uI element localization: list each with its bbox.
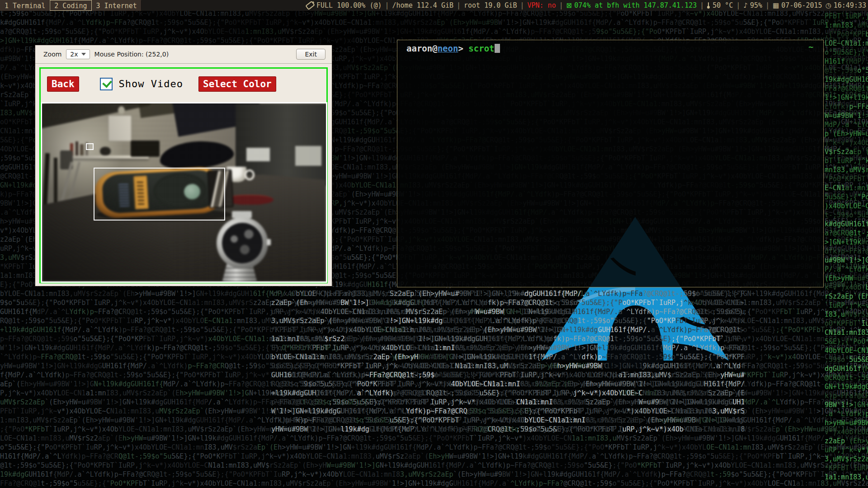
- terminal-user: aaron: [406, 43, 432, 53]
- back-button[interactable]: Back: [47, 76, 79, 92]
- separator: |: [385, 0, 389, 11]
- time-status: ◷16:49:33: [826, 0, 866, 11]
- wifi-status: ⊠074% at bfh with 147.87.41.123: [566, 0, 697, 11]
- capture-area: Back Show Video Select Color: [39, 67, 328, 283]
- thermometer-icon: [707, 2, 710, 9]
- calendar-icon: ▦: [773, 0, 779, 11]
- background-green-glyphs: PFbT`IuRP,j1:mnI83,uMV;{"PoO*KPFbLOE~CN1…: [825, 12, 868, 488]
- exit-button[interactable]: Exit: [296, 49, 326, 60]
- separator: |: [736, 0, 740, 11]
- show-video-label: Show Video: [119, 78, 183, 90]
- separator: |: [457, 0, 461, 11]
- select-color-button[interactable]: Select Color: [198, 76, 276, 92]
- terminal-at: @: [432, 43, 437, 53]
- zoom-window-toolbar: Zoom 2x Mouse Position: (252,0) Exit: [35, 45, 332, 64]
- camera-video-feed[interactable]: [42, 103, 326, 282]
- time-label: 16:49:33: [834, 0, 866, 11]
- terminal-prompt-symbol: >: [458, 43, 468, 53]
- workspace-tab-internet[interactable]: 3 Internet: [92, 0, 142, 11]
- wifi-label: 074% at bfh with 147.87.41.123: [574, 0, 697, 11]
- mouse-position-readout: Mouse Position: (252,0): [94, 51, 169, 58]
- terminal-command: scrot: [468, 43, 494, 53]
- temperature-status: 50 °C: [707, 0, 733, 11]
- status-bar: 1 Terminal 2 Coding 3 Internet FULL 100.…: [0, 0, 868, 11]
- terminal-host: neon: [438, 43, 458, 53]
- workspace-tab-terminal[interactable]: 1 Terminal: [0, 0, 50, 11]
- date-label: 07-06-2015: [781, 0, 822, 11]
- desktop: )x4ObYLOE~CN1a1:mnI83,uMV$rSz2aEp`(Eh>yH…: [0, 0, 868, 488]
- capture-controls: Back Show Video Select Color: [41, 69, 326, 94]
- separator: |: [559, 0, 563, 11]
- volume-status: ♪95%: [743, 0, 762, 11]
- terminal-window[interactable]: aaron@neon> scrot ~: [397, 40, 824, 287]
- status-readouts: FULL 100.00% (@) | /home 112.4 GiB | roo…: [306, 0, 868, 11]
- battery-label: FULL 100.00% (@): [316, 0, 382, 11]
- tracking-marker-square: [86, 143, 94, 150]
- temperature-label: 50 °C: [712, 0, 733, 11]
- terminal-tilde: ~: [808, 42, 813, 52]
- date-status: ▦07-06-2015: [773, 0, 822, 11]
- zoom-level-dropdown[interactable]: 2x: [66, 49, 90, 59]
- clock-icon: ◷: [826, 0, 831, 11]
- battery-status: FULL 100.00% (@): [306, 0, 382, 11]
- zoom-level-value: 2x: [70, 51, 78, 58]
- workspace-tab-coding[interactable]: 2 Coding: [50, 0, 91, 11]
- workspace-switcher: 1 Terminal 2 Coding 3 Internet: [0, 0, 142, 11]
- checkmark-icon: [102, 78, 112, 88]
- selection-rectangle: [94, 168, 225, 221]
- battery-icon: [305, 1, 315, 10]
- separator: |: [520, 0, 524, 11]
- video-frame: [41, 102, 327, 283]
- home-disk-status: /home 112.4 GiB: [392, 0, 453, 11]
- network-icon: ⊠: [566, 0, 572, 11]
- music-note-icon: ♪: [743, 0, 748, 11]
- vpn-status: VPN: no: [527, 0, 556, 11]
- separator: |: [700, 0, 704, 11]
- chevron-down-icon: [81, 53, 86, 56]
- terminal-cursor: [495, 44, 500, 53]
- show-video-checkbox[interactable]: [100, 78, 113, 90]
- terminal-prompt-line: aaron@neon> scrot: [406, 43, 500, 54]
- camera-zoom-window: Zoom 2x Mouse Position: (252,0) Exit Bac…: [35, 45, 332, 286]
- zoom-label: Zoom: [43, 51, 61, 58]
- root-disk-status: root 19.0 GiB: [464, 0, 517, 11]
- volume-label: 95%: [750, 0, 762, 11]
- separator: |: [765, 0, 769, 11]
